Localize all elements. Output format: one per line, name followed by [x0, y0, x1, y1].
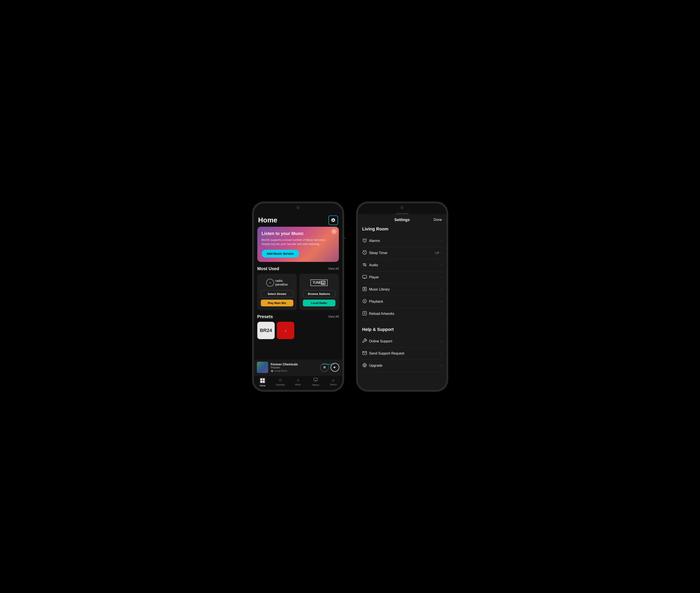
tunein-tune-text: TUNE	[313, 281, 321, 285]
online-support-label: Online Support	[369, 339, 441, 343]
settings-item-upgrade[interactable]: Upgrade ›	[362, 360, 442, 372]
nav-label-music: Music	[295, 384, 301, 386]
settings-header: Settings Done	[358, 214, 446, 225]
now-playing-info: Forever Chemicals Placebo Living Room	[271, 363, 318, 372]
nav-label-search: Search	[330, 384, 337, 386]
playback-chevron: ›	[441, 300, 442, 304]
sleep-timer-icon	[362, 250, 369, 256]
preset-card-br24[interactable]: BR24	[257, 322, 275, 339]
scroll-content: × Listen to your Music BluOS supports a …	[254, 227, 342, 360]
rp-text: radioparadise	[275, 279, 288, 286]
presets-title: Presets	[257, 314, 273, 319]
settings-item-audio[interactable]: Audio ›	[362, 259, 442, 271]
settings-phone-notch	[358, 203, 446, 212]
send-support-chevron: ›	[441, 352, 442, 355]
room-icon	[271, 369, 273, 372]
music-service-banner: × Listen to your Music BluOS supports a …	[257, 227, 339, 262]
reload-artworks-chevron: ›	[441, 312, 442, 316]
nav-item-music[interactable]: ♪ Music	[289, 377, 307, 388]
settings-item-player[interactable]: Player ›	[362, 271, 442, 284]
nav-label-favorites: Favorites	[276, 384, 285, 386]
music-icon: ♪	[297, 378, 299, 383]
volume-icon	[333, 366, 337, 369]
settings-item-playback[interactable]: Playback ›	[362, 296, 442, 308]
pause-icon	[323, 366, 326, 369]
presets-view-all[interactable]: View All	[328, 315, 339, 318]
settings-item-reload-artworks[interactable]: Reload Artworks ›	[362, 308, 442, 320]
svg-rect-11	[362, 275, 366, 278]
local-radio-button[interactable]: Local Radio	[303, 300, 335, 306]
phone-camera	[297, 206, 300, 209]
settings-item-send-support[interactable]: Send Support Request ›	[362, 348, 442, 360]
play-main-mix-button[interactable]: Play Main Mix	[261, 300, 293, 306]
alarms-chevron: ›	[441, 239, 442, 243]
nav-item-search[interactable]: ⌕ Search	[324, 377, 342, 388]
reload-artworks-label: Reload Artworks	[369, 312, 441, 316]
preset-cards: BR24 ♪	[257, 322, 339, 339]
tunein-logo: TUNE IN	[303, 277, 335, 288]
settings-screen: Settings Done Living Room Alarms	[358, 214, 446, 390]
room-label: Living Room	[274, 369, 288, 372]
presets-section: Presets View All BR24 ♪	[257, 314, 339, 339]
add-music-service-button[interactable]: Add Music Service	[262, 250, 299, 258]
music-library-label: Music Library	[369, 287, 441, 291]
tunein-in-text: IN	[321, 281, 325, 285]
presets-section-header: Presets View All	[257, 314, 339, 319]
track-artist: Placebo	[271, 366, 318, 369]
section-title-living-room: Living Room	[362, 227, 442, 232]
upgrade-chevron: ›	[441, 364, 442, 367]
online-support-icon	[362, 339, 369, 344]
phone-notch	[254, 203, 342, 212]
tunein-card: TUNE IN Browse Stations Local Radio	[299, 274, 339, 310]
settings-scroll: Living Room Alarms ›	[358, 225, 446, 390]
now-playing-room: Living Room	[271, 369, 318, 372]
svg-rect-2	[314, 378, 318, 381]
alarms-label: Alarms	[369, 239, 441, 243]
svg-point-15	[364, 288, 365, 290]
page-title: Home	[258, 216, 277, 224]
section-title-help: Help & Support	[362, 327, 442, 332]
upgrade-label: Upgrade	[369, 364, 441, 367]
music-library-chevron: ›	[441, 287, 442, 291]
settings-button[interactable]	[329, 215, 338, 225]
banner-title: Listen to your Music	[262, 231, 335, 236]
settings-phone-camera	[401, 206, 404, 209]
service-cards: rp radioparadise Select Stream Play Main…	[257, 274, 339, 310]
album-art-image	[257, 362, 268, 373]
settings-title: Settings	[373, 218, 431, 222]
settings-done-button[interactable]: Done	[431, 218, 442, 222]
album-art	[257, 362, 268, 373]
nav-item-players[interactable]: Players	[307, 377, 324, 388]
settings-item-sleep-timer[interactable]: Sleep Timer Off ›	[362, 247, 442, 259]
settings-item-online-support[interactable]: Online Support ›	[362, 335, 442, 348]
svg-text:♪: ♪	[285, 329, 287, 332]
settings-item-music-library[interactable]: Music Library ›	[362, 284, 442, 296]
home-screen: Home × Listen to your Music BluOS suppor…	[254, 212, 342, 390]
app-header: Home	[254, 212, 342, 227]
upgrade-icon	[362, 363, 369, 369]
reload-artworks-icon	[362, 311, 369, 317]
player-label: Player	[369, 275, 441, 279]
top-pill	[358, 212, 446, 214]
annotation-line-bottom	[322, 364, 334, 364]
scene: Home × Listen to your Music BluOS suppor…	[253, 202, 448, 391]
select-stream-button[interactable]: Select Stream	[261, 290, 293, 298]
nav-item-home[interactable]: Home	[254, 377, 272, 388]
track-title: Forever Chemicals	[271, 363, 318, 366]
nav-item-favorites[interactable]: ☆ Favorites	[271, 377, 289, 388]
settings-item-alarms[interactable]: Alarms ›	[362, 235, 442, 247]
most-used-title: Most Used	[257, 266, 279, 271]
audio-label: Audio	[369, 263, 441, 267]
svg-point-9	[363, 263, 364, 265]
playback-icon	[362, 299, 369, 305]
sleep-timer-label: Sleep Timer	[369, 251, 435, 255]
browse-stations-button[interactable]: Browse Stations	[303, 290, 335, 298]
playback-label: Playback	[369, 300, 441, 304]
now-playing-bar: Forever Chemicals Placebo Living Room	[254, 360, 342, 375]
bottom-nav: Home ☆ Favorites ♪ Music Players	[254, 375, 342, 390]
banner-close-button[interactable]: ×	[332, 229, 337, 234]
sleep-timer-value: Off	[435, 251, 439, 255]
audio-chevron: ›	[441, 263, 442, 267]
preset-card-red[interactable]: ♪	[277, 322, 294, 339]
most-used-view-all[interactable]: View All	[328, 267, 339, 270]
